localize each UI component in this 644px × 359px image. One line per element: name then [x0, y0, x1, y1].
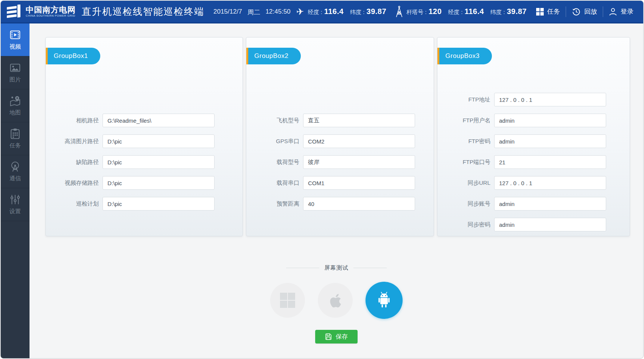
form-row: FTP地址: [437, 93, 630, 106]
sidebar-item-settings[interactable]: 设置: [1, 188, 30, 221]
form-row: FTP密码: [437, 134, 630, 148]
android-test-button[interactable]: [366, 282, 403, 319]
sidebar-item-label: 通信: [9, 175, 21, 182]
login-label: 登录: [621, 7, 633, 16]
field-label: 飞机型号: [246, 117, 299, 124]
aircraft-model-input[interactable]: [303, 114, 415, 127]
stat-value: 39.87: [367, 7, 387, 16]
hd-image-path-input[interactable]: [103, 134, 215, 148]
form-row: 同步URL: [437, 176, 630, 190]
save-button-label: 保存: [336, 333, 348, 341]
aircraft-longitude: 经度 : 116.4: [308, 7, 344, 16]
map-pin-icon: [9, 95, 21, 106]
camera-path-input[interactable]: [103, 114, 215, 127]
ftp-port-input[interactable]: [494, 155, 606, 169]
sidebar-item-tasks[interactable]: 任务: [1, 122, 30, 155]
broadcast-icon: [9, 161, 21, 172]
groupbox1-panel: GroupBox1 相机路径 高清图片路径 缺陷路径: [45, 37, 243, 236]
sidebar-item-video[interactable]: 视频: [1, 23, 30, 56]
sidebar-item-label: 任务: [9, 142, 21, 149]
groupbox2-panel: GroupBox2 飞机型号 GPS串口 载荷型号: [246, 37, 434, 236]
payload-model-input[interactable]: [303, 155, 415, 169]
ftp-password-input[interactable]: [494, 134, 606, 148]
sidebar: 视频 图片 地图: [1, 23, 30, 358]
replay-button[interactable]: 回放: [572, 7, 597, 16]
datetime: 2015/12/7 周二 12:45:50: [213, 8, 291, 17]
app-window: 中国南方电网 CHINA SOUTHERN POWER GRID 直升机巡检线智…: [0, 0, 644, 359]
form-row: 高清图片路径: [46, 134, 243, 148]
apple-test-button[interactable]: [318, 283, 353, 318]
sidebar-item-images[interactable]: 图片: [1, 56, 30, 89]
sidebar-item-label: 地图: [9, 109, 21, 116]
form-row: GPS串口: [246, 134, 434, 148]
image-icon: [9, 62, 21, 73]
user-icon: [609, 8, 617, 16]
windows-icon: [280, 292, 296, 308]
field-label: 缺陷路径: [46, 159, 99, 166]
field-label: 预警距离: [246, 200, 299, 208]
form-row: FTP用户名: [437, 114, 630, 127]
stat-value: 39.87: [507, 7, 527, 16]
content-area: GroupBox1 相机路径 高清图片路径 缺陷路径: [30, 23, 643, 358]
gps-serial-port-input[interactable]: [303, 134, 415, 148]
brand: 中国南方电网 CHINA SOUTHERN POWER GRID: [6, 5, 76, 19]
top-bar: 中国南方电网 CHINA SOUTHERN POWER GRID 直升机巡检线智…: [1, 1, 643, 23]
divider-line: [353, 268, 387, 268]
stat-label: 纬度 :: [490, 9, 505, 16]
sync-url-input[interactable]: [494, 176, 606, 190]
sidebar-item-label: 视频: [9, 43, 21, 50]
warning-distance-input[interactable]: [303, 197, 415, 211]
screen-test-title: 屏幕测试: [324, 264, 348, 272]
date-text: 2015/12/7: [213, 8, 242, 17]
csg-logo-icon: [6, 5, 22, 19]
field-label: 视频存储路径: [46, 180, 99, 187]
groupbox2-tab: GroupBox2: [246, 48, 301, 64]
field-label: GPS串口: [246, 138, 299, 145]
groupbox3-panel: GroupBox3 FTP地址 FTP用户名 FTP密码: [437, 37, 630, 236]
groupbox3-title: GroupBox3: [439, 48, 492, 64]
tasks-button[interactable]: 任务: [536, 7, 560, 16]
windows-test-button[interactable]: [270, 283, 305, 318]
android-icon: [375, 290, 393, 310]
save-button[interactable]: 保存: [315, 330, 358, 343]
stat-value: 116.4: [324, 7, 344, 16]
screen-test-header: 屏幕测试: [30, 264, 643, 272]
tower-number: 杆塔号 : 120: [406, 7, 442, 16]
form-row: 缺陷路径: [46, 155, 243, 169]
weekday-text: 周二: [247, 8, 260, 17]
video-storage-path-input[interactable]: [103, 176, 215, 190]
sidebar-item-label: 图片: [9, 76, 21, 83]
divider-line: [286, 268, 319, 268]
form-row: 预警距离: [246, 197, 434, 211]
field-label: FTP端口号: [437, 159, 490, 166]
replay-label: 回放: [584, 7, 597, 16]
field-label: 高清图片路径: [46, 138, 99, 145]
field-label: 载荷型号: [246, 159, 299, 166]
tiles-icon: [536, 8, 544, 16]
login-button[interactable]: 登录: [609, 7, 633, 16]
main-area: 视频 图片 地图: [1, 23, 643, 358]
groupbox3-tab: GroupBox3: [437, 48, 492, 64]
payload-serial-port-input[interactable]: [303, 176, 415, 190]
stat-value: 120: [428, 7, 442, 16]
groupbox3-rows: FTP地址 FTP用户名 FTP密码 FTP端口号: [437, 93, 630, 231]
field-label: 相机路径: [46, 117, 99, 124]
apple-icon: [328, 292, 342, 309]
form-row: 载荷型号: [246, 155, 434, 169]
sync-password-input[interactable]: [494, 218, 606, 231]
sliders-icon: [9, 194, 21, 205]
sidebar-item-comm[interactable]: 通信: [1, 155, 30, 188]
video-icon: [9, 29, 21, 41]
sync-account-input[interactable]: [494, 197, 606, 211]
ftp-address-input[interactable]: [494, 93, 606, 106]
inspection-plan-input[interactable]: [103, 197, 215, 211]
aircraft-latitude: 纬度 : 39.87: [350, 7, 386, 16]
ftp-username-input[interactable]: [494, 114, 606, 127]
form-row: 同步密码: [437, 218, 630, 231]
defect-path-input[interactable]: [103, 155, 215, 169]
topnav-divider: [566, 6, 566, 17]
groupbox1-tab: GroupBox1: [46, 48, 100, 64]
sidebar-item-map[interactable]: 地图: [1, 89, 30, 122]
field-label: FTP密码: [437, 138, 490, 145]
tower-longitude: 经度 : 116.4: [448, 7, 484, 16]
